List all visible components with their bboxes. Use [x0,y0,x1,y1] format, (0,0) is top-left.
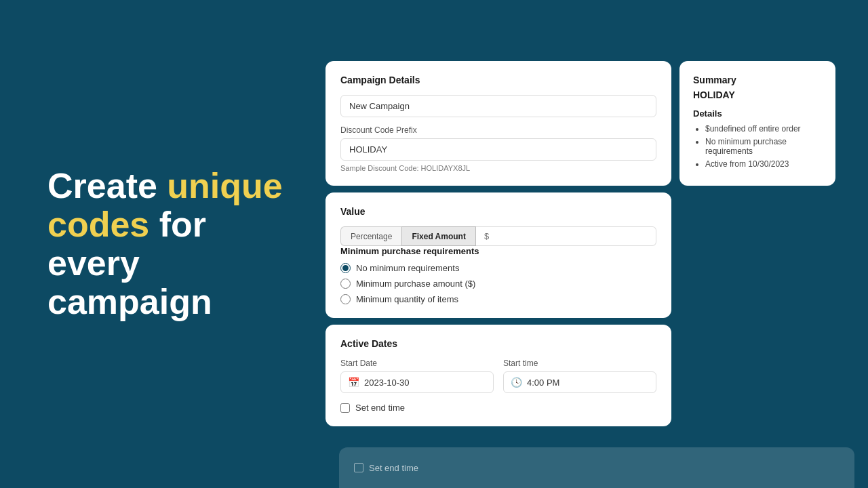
hero-line3: campaign [47,282,212,321]
radio-min-quantity[interactable]: Minimum quantity of items [340,294,656,304]
discount-prefix-group: Discount Code Prefix Sample Discount Cod… [340,125,656,172]
percentage-toggle[interactable]: Percentage [340,226,401,246]
summary-title: Summary [693,75,822,85]
start-date-group: Start Date 📅 [340,359,494,393]
discount-prefix-input[interactable] [340,138,656,161]
calendar-icon: 📅 [348,377,359,388]
min-purchase-radio-group: No minimum requirements Minimum purchase… [340,263,656,304]
campaign-details-title: Campaign Details [340,75,656,85]
clock-icon: 🕓 [511,377,522,388]
set-end-time-checkbox[interactable] [340,403,350,413]
radio-no-minimum[interactable]: No minimum requirements [340,263,656,273]
start-time-group: Start time 🕓 [503,359,656,393]
hero-line1: Create unique [47,166,283,205]
summary-campaign-name: HOLIDAY [693,89,822,100]
fixed-amount-toggle[interactable]: Fixed Amount [401,226,476,246]
active-dates-card: Active Dates Start Date 📅 Start time 🕓 [326,325,671,426]
reflection-inner: Set end time [339,447,854,488]
discount-prefix-label: Discount Code Prefix [340,125,656,135]
value-input-wrap [476,226,656,246]
summary-detail-1: $undefined off entire order [705,124,822,134]
start-date-input[interactable] [364,378,486,388]
min-purchase-title: Minimum purchase requirements [340,246,656,256]
reflection-end-time-label: Set end time [369,463,418,473]
summary-detail-3: Active from 10/30/2023 [705,159,822,169]
start-time-input[interactable] [527,378,649,388]
main-form: Campaign Details Discount Code Prefix Sa… [326,61,671,426]
dates-row: Start Date 📅 Start time 🕓 [340,359,656,393]
currency-input[interactable] [476,226,656,246]
summary-list: $undefined off entire order No minimum p… [693,124,822,169]
start-date-label: Start Date [340,359,494,368]
radio-min-amount[interactable]: Minimum purchase amount ($) [340,279,656,289]
hero-panel: Create unique codes for every campaign [0,126,326,363]
right-panel: Campaign Details Discount Code Prefix Sa… [326,0,868,488]
set-end-time-label: Set end time [355,403,405,413]
value-toggle-row: Percentage Fixed Amount [340,226,656,246]
reflection-area: Set end time [326,441,868,488]
active-dates-title: Active Dates [340,338,656,349]
start-date-input-wrap: 📅 [340,371,494,393]
summary-detail-2: No minimum purchase requirements [705,137,822,156]
value-title: Value [340,206,656,217]
start-time-label: Start time [503,359,656,368]
campaign-details-card: Campaign Details Discount Code Prefix Sa… [326,61,671,186]
reflection-checkbox [354,463,363,472]
campaign-name-group [340,95,656,117]
summary-details-title: Details [693,108,822,119]
campaign-name-input[interactable] [340,95,656,117]
sample-code-text: Sample Discount Code: HOLIDAYX8JL [340,164,656,172]
hero-line2: codes for every [47,205,206,283]
hero-text: Create unique codes for every campaign [47,167,285,322]
reflection-checkbox-row: Set end time [354,463,418,473]
start-time-input-wrap: 🕓 [503,371,656,393]
value-card: Value Percentage Fixed Amount Minimum pu… [326,192,671,318]
set-end-time-row: Set end time [340,403,656,413]
summary-panel: Summary HOLIDAY Details $undefined off e… [679,61,835,186]
